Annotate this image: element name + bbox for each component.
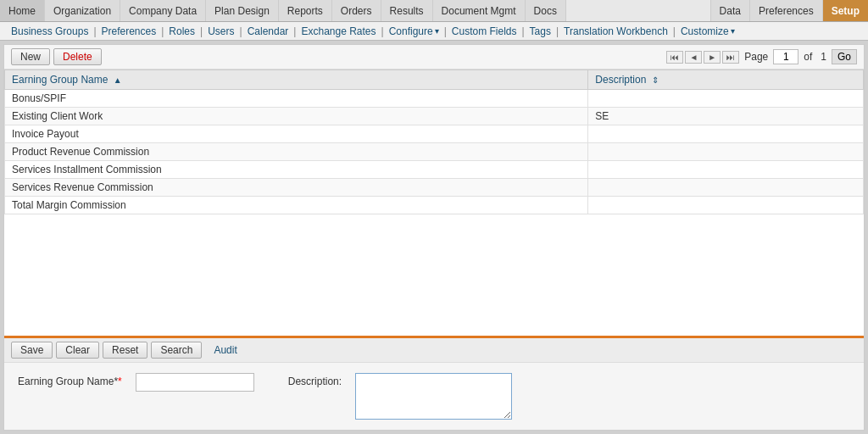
nav-setup[interactable]: Setup (822, 0, 868, 21)
nav-organization[interactable]: Organization (45, 0, 120, 21)
of-label: of (804, 51, 812, 63)
cell-earning-group-name: Existing Client Work (5, 108, 588, 125)
table-row[interactable]: Total Margin Commission (5, 197, 864, 214)
nav-users[interactable]: Users (203, 25, 238, 37)
search-button[interactable]: Search (151, 342, 202, 359)
second-nav: Business Groups | Preferences | Roles | … (0, 22, 868, 41)
nav-document-mgmt[interactable]: Document Mgmt (433, 0, 526, 21)
nav-business-groups[interactable]: Business Groups (7, 25, 92, 37)
nav-plan-design[interactable]: Plan Design (206, 0, 279, 21)
cell-description (588, 197, 864, 214)
nav-company-data[interactable]: Company Data (120, 0, 206, 21)
prev-page-button[interactable]: ◄ (685, 51, 702, 64)
form-section: Save Clear Reset Search Audit Earning Gr… (4, 336, 864, 430)
form-toolbar: Save Clear Reset Search Audit (4, 338, 864, 363)
nav-orders[interactable]: Orders (332, 0, 381, 21)
table-row[interactable]: Existing Client WorkSE (5, 108, 864, 125)
nav-calendar[interactable]: Calendar (243, 25, 293, 37)
table-row[interactable]: Services Revenue Commission (5, 179, 864, 197)
nav-custom-fields[interactable]: Custom Fields (448, 25, 521, 37)
cell-earning-group-name: Services Installment Commission (5, 161, 588, 179)
clear-button[interactable]: Clear (56, 342, 99, 359)
pagination: ⏮ ◄ ► ⏭ Page of 1 Go (666, 49, 857, 64)
table-row[interactable]: Bonus/SPIF (5, 90, 864, 108)
nav-data[interactable]: Data (710, 0, 749, 21)
first-page-button[interactable]: ⏮ (666, 51, 683, 64)
nav-preferences[interactable]: Preferences (749, 0, 822, 21)
nav-home[interactable]: Home (0, 0, 45, 21)
nav-configure[interactable]: Configure ▾ (385, 25, 443, 37)
page-input[interactable] (773, 49, 798, 64)
cell-earning-group-name: Total Margin Commission (5, 197, 588, 214)
delete-button[interactable]: Delete (53, 48, 102, 65)
earning-group-name-group: Earning Group Name* (18, 373, 254, 420)
page-label: Page (744, 51, 768, 63)
sort-arrow-desc: ⇕ (652, 75, 659, 85)
earning-group-table: Earning Group Name ▲ Description ⇕ Bonus… (4, 70, 864, 214)
cell-description (588, 161, 864, 179)
table-row[interactable]: Invoice Payout (5, 125, 864, 143)
cell-earning-group-name: Bonus/SPIF (5, 90, 588, 108)
total-pages: 1 (821, 51, 826, 63)
go-button[interactable]: Go (832, 49, 857, 64)
nav-exchange-rates[interactable]: Exchange Rates (297, 25, 380, 37)
nav-results[interactable]: Results (381, 0, 433, 21)
col-description[interactable]: Description ⇕ (588, 70, 864, 90)
cell-description: SE (588, 108, 864, 125)
next-page-button[interactable]: ► (704, 51, 721, 64)
nav-preferences[interactable]: Preferences (97, 25, 161, 37)
sort-arrow-name: ▲ (114, 75, 122, 85)
main-area: New Delete ⏮ ◄ ► ⏭ Page of 1 Go Earning … (3, 44, 865, 431)
cell-earning-group-name: Product Revenue Commission (5, 143, 588, 161)
table-row[interactable]: Services Installment Commission (5, 161, 864, 179)
description-group: Description: (288, 373, 512, 420)
reset-button[interactable]: Reset (103, 342, 147, 359)
nav-translation-workbench[interactable]: Translation Workbench (559, 25, 672, 37)
top-nav: Home Organization Company Data Plan Desi… (0, 0, 868, 22)
cell-earning-group-name: Services Revenue Commission (5, 179, 588, 197)
save-button[interactable]: Save (11, 342, 53, 359)
earning-group-name-input[interactable] (136, 373, 254, 392)
table-row[interactable]: Product Revenue Commission (5, 143, 864, 161)
customize-dropdown-arrow: ▾ (731, 26, 735, 36)
last-page-button[interactable]: ⏭ (722, 51, 739, 64)
cell-description (588, 90, 864, 108)
cell-description (588, 125, 864, 143)
cell-description (588, 143, 864, 161)
table-area: Earning Group Name ▲ Description ⇕ Bonus… (4, 70, 864, 336)
top-nav-right: Data Preferences Setup (710, 0, 868, 21)
form-body: Earning Group Name* Description: (4, 363, 864, 430)
new-button[interactable]: New (11, 48, 50, 65)
nav-reports[interactable]: Reports (279, 0, 332, 21)
nav-customize[interactable]: Customize ▾ (676, 25, 739, 37)
nav-docs[interactable]: Docs (526, 0, 566, 21)
audit-button[interactable]: Audit (205, 342, 245, 358)
description-textarea[interactable] (355, 373, 512, 420)
nav-tags[interactable]: Tags (526, 25, 555, 37)
table-toolbar: New Delete ⏮ ◄ ► ⏭ Page of 1 Go (4, 45, 864, 70)
cell-description (588, 179, 864, 197)
nav-roles[interactable]: Roles (164, 25, 199, 37)
configure-dropdown-arrow: ▾ (435, 26, 439, 36)
description-label: Description: (288, 373, 342, 387)
col-earning-group-name[interactable]: Earning Group Name ▲ (5, 70, 588, 90)
earning-group-name-label: Earning Group Name* (18, 373, 122, 387)
cell-earning-group-name: Invoice Payout (5, 125, 588, 143)
